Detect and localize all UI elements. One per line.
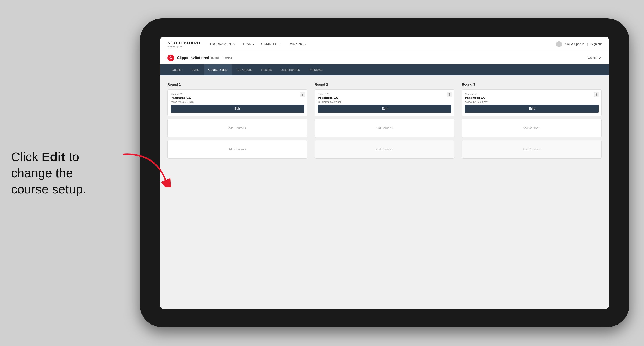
tournament-title: Clippd Invitational [177, 56, 209, 60]
round-3-course-label: (Course A) [465, 93, 598, 95]
round-3-title: Round 3 [462, 83, 602, 87]
round-2-course-label: (Course A) [318, 93, 451, 95]
round-1-delete-button[interactable]: 🗑 [300, 92, 305, 97]
round-1-column: Round 1 🗑 (Course A) Peachtree GC Yellow… [168, 83, 307, 162]
round-3-add-course-2: Add Course + [462, 140, 602, 159]
round-2-add-course-1-label: Add Course + [376, 126, 394, 130]
hosting-label: Hosting [222, 56, 232, 59]
round-2-add-course-2: Add Course + [315, 140, 454, 159]
round-2-add-course-1[interactable]: Add Course + [315, 119, 454, 137]
scene: Click Edit tochange thecourse setup. SCO… [0, 0, 644, 346]
nav-committee[interactable]: COMMITTEE [261, 42, 281, 46]
nav-teams[interactable]: TEAMS [242, 42, 254, 46]
tab-details[interactable]: Details [168, 64, 186, 75]
round-2-column: Round 2 🗑 (Course A) Peachtree GC Yellow… [315, 83, 454, 162]
nav-tournaments[interactable]: TOURNAMENTS [210, 42, 235, 46]
tablet-frame: SCOREBOARD Powered by clippd TOURNAMENTS… [140, 18, 629, 327]
tournament-gender: (Men) [211, 56, 219, 59]
round-3-add-course-2-label: Add Course + [523, 148, 541, 151]
round-1-edit-button[interactable]: Edit [170, 105, 304, 113]
round-1-title: Round 1 [168, 83, 307, 87]
tab-leaderboards[interactable]: Leaderboards [276, 64, 304, 75]
round-3-course-details: Yellow (M) (6629 yds) [465, 101, 598, 103]
cancel-button[interactable]: Cancel [588, 56, 597, 59]
tabs-bar: Details Teams Course Setup Tee Groups Re… [160, 64, 609, 75]
scoreboard-logo: SCOREBOARD [168, 41, 200, 45]
user-avatar [556, 41, 562, 47]
round-3-edit-button[interactable]: Edit [465, 105, 598, 113]
sub-header-actions: Cancel ✕ [588, 56, 602, 60]
round-2-course-card: 🗑 (Course A) Peachtree GC Yellow (M) (66… [315, 89, 454, 116]
annotation-text: Click Edit tochange thecourse setup. [11, 149, 118, 197]
main-content: Round 1 🗑 (Course A) Peachtree GC Yellow… [160, 75, 609, 309]
round-1-course-details: Yellow (M) (6629 yds) [170, 101, 304, 103]
round-3-column: Round 3 🗑 (Course A) Peachtree GC Yellow… [462, 83, 602, 162]
round-2-course-details: Yellow (M) (6629 yds) [318, 101, 451, 103]
round-1-add-course-1[interactable]: Add Course + [168, 119, 307, 137]
round-3-delete-button[interactable]: 🗑 [594, 92, 599, 97]
nav-right: blair@clippd.io | Sign out [556, 41, 602, 47]
round-2-edit-button[interactable]: Edit [318, 105, 451, 113]
round-2-title: Round 2 [315, 83, 454, 87]
tab-teams[interactable]: Teams [186, 64, 204, 75]
round-2-add-course-2-label: Add Course + [376, 148, 394, 151]
round-3-course-name: Peachtree GC [465, 96, 598, 100]
round-3-add-course-1[interactable]: Add Course + [462, 119, 602, 137]
round-2-course-name: Peachtree GC [318, 96, 451, 100]
logo-subtitle: Powered by clippd [168, 45, 200, 48]
round-1-add-course-2[interactable]: Add Course + [168, 140, 307, 159]
round-1-add-course-1-label: Add Course + [228, 126, 246, 130]
clippd-logo-icon: C [168, 55, 174, 61]
tab-results[interactable]: Results [257, 64, 276, 75]
tab-printables[interactable]: Printables [304, 64, 327, 75]
round-1-course-card: 🗑 (Course A) Peachtree GC Yellow (M) (66… [168, 89, 307, 116]
tablet-screen: SCOREBOARD Powered by clippd TOURNAMENTS… [160, 37, 609, 309]
arrow-container [118, 151, 173, 187]
tab-course-setup[interactable]: Course Setup [204, 64, 232, 75]
nav-links: TOURNAMENTS TEAMS COMMITTEE RANKINGS [210, 42, 556, 46]
round-2-delete-button[interactable]: 🗑 [447, 92, 452, 97]
tab-tee-groups[interactable]: Tee Groups [232, 64, 257, 75]
round-1-add-course-2-label: Add Course + [228, 148, 246, 151]
rounds-grid: Round 1 🗑 (Course A) Peachtree GC Yellow… [168, 83, 602, 162]
nav-rankings[interactable]: RANKINGS [288, 42, 306, 46]
round-3-add-course-1-label: Add Course + [523, 126, 541, 130]
round-1-course-label: (Course A) [170, 93, 304, 95]
top-nav: SCOREBOARD Powered by clippd TOURNAMENTS… [160, 37, 609, 51]
sub-header: C Clippd Invitational (Men) Hosting Canc… [160, 51, 609, 64]
nav-separator: | [587, 42, 588, 46]
round-1-course-name: Peachtree GC [170, 96, 304, 100]
close-icon[interactable]: ✕ [599, 56, 602, 60]
logo-area: SCOREBOARD Powered by clippd [168, 41, 200, 48]
user-email: blair@clippd.io [565, 42, 584, 46]
round-3-course-card: 🗑 (Course A) Peachtree GC Yellow (M) (66… [462, 89, 602, 116]
sign-out-link[interactable]: Sign out [591, 42, 602, 46]
